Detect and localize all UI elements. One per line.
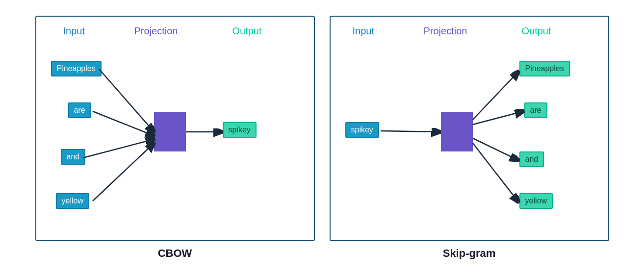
svg-line-3	[93, 143, 154, 201]
skipgram-output-yellow: yellow	[519, 193, 553, 209]
cbow-input-pineapples: Pineapples	[51, 61, 102, 76]
skipgram-title: Skip-gram	[443, 247, 496, 260]
cbow-input-are: are	[68, 102, 91, 118]
cbow-input-yellow: yellow	[56, 193, 89, 209]
cbow-input-label: Input	[63, 25, 85, 37]
cbow-projection-box	[154, 112, 186, 151]
skipgram-box: Input Projection Output spikey Pineapple…	[330, 16, 609, 241]
cbow-output-spikey: spikey	[223, 122, 257, 138]
svg-line-9	[473, 143, 518, 202]
svg-line-2	[83, 139, 154, 158]
cbow-input-and: and	[61, 149, 86, 165]
cbow-box: Input Projection Output Pineapples are a…	[35, 16, 315, 241]
svg-line-7	[473, 111, 523, 125]
skipgram-output-pineapples: Pineapples	[519, 61, 570, 76]
skipgram-projection-box	[441, 112, 473, 151]
svg-line-6	[473, 72, 518, 120]
cbow-output-label: Output	[232, 25, 262, 37]
skipgram-output-are: are	[524, 102, 547, 118]
skipgram-diagram: Input Projection Output spikey Pineapple…	[330, 16, 609, 260]
cbow-projection-label: Projection	[134, 25, 178, 37]
svg-line-5	[381, 131, 440, 132]
skipgram-projection-label: Projection	[424, 25, 467, 37]
svg-line-1	[93, 111, 154, 136]
skipgram-output-and: and	[519, 151, 544, 167]
skipgram-output-label: Output	[522, 25, 551, 37]
cbow-diagram: Input Projection Output Pineapples are a…	[35, 16, 315, 260]
cbow-title: CBOW	[158, 247, 192, 260]
skipgram-input-label: Input	[353, 25, 374, 37]
svg-line-0	[99, 69, 154, 132]
svg-line-8	[473, 138, 518, 160]
skipgram-input-spikey: spikey	[345, 122, 379, 138]
